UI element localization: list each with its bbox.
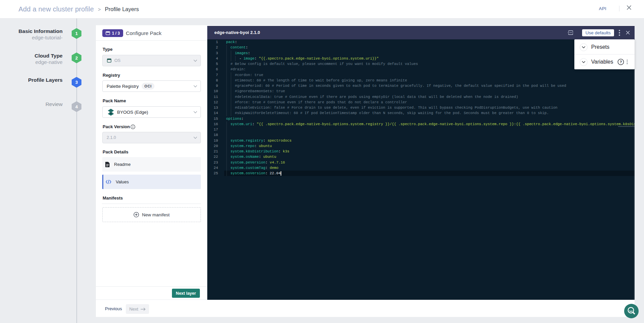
svg-text:?: ?: [619, 60, 622, 64]
